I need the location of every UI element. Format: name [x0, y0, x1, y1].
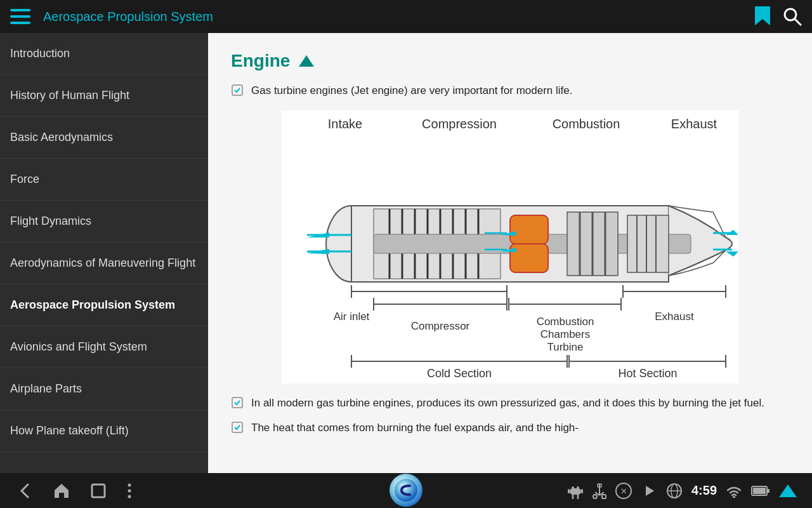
sidebar-item-avionics[interactable]: Avionics and Flight System: [0, 326, 208, 368]
svg-rect-78: [570, 488, 581, 495]
svg-rect-20: [510, 215, 548, 244]
content-area: Engine Gas turbine engines (Jet engine) …: [208, 33, 812, 473]
home-icon[interactable]: [52, 481, 71, 500]
svg-point-95: [733, 496, 735, 498]
svg-rect-98: [753, 488, 766, 494]
play-icon: [641, 483, 657, 499]
svg-point-86: [593, 495, 597, 498]
engine-diagram: Intake Compression Combustion Exhaust: [282, 110, 738, 384]
time-display: 4:59: [691, 483, 717, 498]
svg-marker-40: [726, 251, 738, 257]
svg-point-72: [128, 483, 131, 486]
svg-rect-69: [232, 422, 242, 432]
svg-text:Combustion: Combustion: [553, 117, 620, 131]
scroll-top-button[interactable]: [779, 485, 797, 497]
nav-icons: [15, 481, 133, 500]
topbar-icons: [754, 6, 802, 27]
svg-text:Compression: Compression: [422, 117, 497, 131]
section-title: Engine: [231, 51, 290, 71]
bullet-item-1: Gas turbine engines (Jet engine) are ver…: [231, 83, 789, 99]
android-icon: [567, 483, 584, 499]
svg-text:Combustion: Combustion: [537, 316, 594, 328]
svg-marker-0: [755, 6, 770, 25]
bottom-bar: ✕ 4:59: [0, 473, 812, 508]
svg-text:Hot Section: Hot Section: [618, 367, 677, 380]
svg-text:Cold Section: Cold Section: [427, 367, 492, 380]
sidebar-item-basic-aerodynamics[interactable]: Basic Aerodynamics: [0, 117, 208, 159]
menu-dots-icon[interactable]: [126, 481, 133, 500]
center-logo[interactable]: [390, 474, 422, 507]
sidebar-item-airplane-parts[interactable]: Airplane Parts: [0, 368, 208, 410]
bullet-icon-3: [231, 421, 244, 434]
battery-icon: [751, 485, 770, 497]
sidebar-item-maneuvering[interactable]: Aerodynamics of Maneuvering Flight: [0, 243, 208, 284]
svg-point-73: [128, 489, 131, 492]
svg-point-75: [395, 479, 417, 502]
svg-text:Exhaust: Exhaust: [655, 311, 694, 323]
svg-text:✕: ✕: [620, 486, 627, 496]
svg-rect-97: [767, 489, 769, 493]
recent-apps-icon[interactable]: [89, 481, 108, 500]
bullet-icon-1: [231, 84, 244, 97]
svg-text:Compressor: Compressor: [411, 320, 470, 332]
wifi-icon: [726, 484, 742, 498]
sidebar-item-takeoff[interactable]: How Plane takeoff (Lift): [0, 410, 208, 452]
svg-text:Chambers: Chambers: [540, 328, 590, 340]
svg-text:Turbine: Turbine: [547, 341, 583, 353]
svg-rect-79: [568, 489, 570, 493]
x-icon: ✕: [615, 483, 632, 499]
sidebar-item-flight-dynamics[interactable]: Flight Dynamics: [0, 201, 208, 243]
sidebar-item-introduction[interactable]: Introduction: [0, 33, 208, 75]
svg-rect-26: [627, 215, 669, 272]
main-layout: Introduction History of Human Flight Bas…: [0, 33, 812, 473]
svg-line-2: [795, 19, 801, 25]
svg-text:Exhaust: Exhaust: [671, 117, 717, 131]
svg-text:Intake: Intake: [328, 117, 362, 131]
page-title: Aerospace Propulsion System: [43, 10, 754, 24]
bullet-item-3: The heat that comes from burning the fue…: [231, 420, 789, 436]
svg-text:Air inlet: Air inlet: [334, 311, 370, 323]
svg-rect-87: [602, 495, 606, 498]
search-icon[interactable]: [783, 7, 802, 26]
svg-marker-91: [646, 486, 654, 496]
globe-icon: [666, 483, 683, 499]
svg-rect-3: [232, 85, 242, 95]
usb-icon: [593, 483, 606, 499]
menu-button[interactable]: [10, 9, 30, 24]
svg-marker-70: [55, 484, 69, 498]
collapse-arrow-icon[interactable]: [299, 55, 314, 67]
section-header: Engine: [231, 51, 789, 71]
bullet-icon-2: [231, 396, 244, 409]
top-bar: Aerospace Propulsion System: [0, 0, 812, 33]
bookmark-icon[interactable]: [754, 6, 771, 27]
status-icons: ✕ 4:59: [567, 483, 797, 499]
sidebar-item-history[interactable]: History of Human Flight: [0, 75, 208, 117]
sidebar-item-propulsion[interactable]: Aerospace Propulsion System: [0, 284, 208, 326]
back-icon[interactable]: [15, 481, 34, 500]
svg-rect-80: [581, 489, 583, 493]
sidebar-item-force[interactable]: Force: [0, 159, 208, 201]
bullet-item-2: In all modern gas turbine engines, produ…: [231, 395, 789, 411]
svg-point-74: [128, 495, 131, 498]
svg-rect-71: [92, 485, 105, 497]
svg-rect-68: [232, 398, 242, 408]
sidebar: Introduction History of Human Flight Bas…: [0, 33, 208, 473]
